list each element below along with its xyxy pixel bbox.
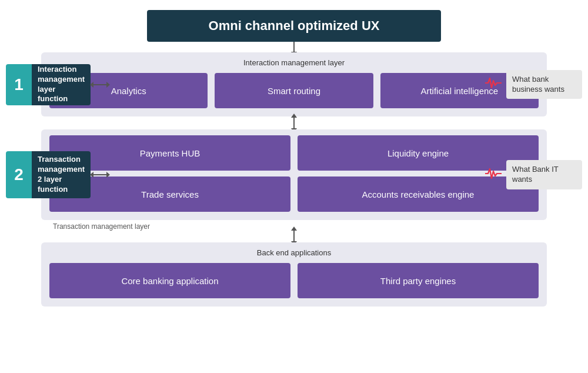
interaction-layer-title: Interaction management layer (49, 58, 539, 67)
arrow-interaction-horiz (93, 84, 107, 85)
core-banking-card: Core banking application (49, 263, 290, 298)
arrow-omni-to-interaction (293, 42, 295, 52)
interaction-cards: Analytics Smart routing Artificial intel… (49, 73, 539, 108)
omni-channel-box: Omni channel optimized UX (147, 10, 441, 42)
backend-layer-row: Back end applications Core banking appli… (6, 242, 582, 307)
interaction-number-badge: 1 (6, 64, 32, 105)
transaction-cards-top: Payments HUB Liquidity engine (49, 135, 539, 171)
interaction-side-left: 1 Interaction management layer function (6, 64, 106, 105)
backend-layer-title: Back end applications (49, 248, 539, 257)
transaction-layer-box: Payments HUB Liquidity engine Trade serv… (41, 129, 547, 220)
what-bank-it-wants: What Bank IT wants (506, 160, 582, 189)
transaction-cards-bottom: Trade services Accounts receivables engi… (49, 176, 539, 212)
arrow-between-layers-2 (293, 230, 295, 242)
third-party-engines-card: Third party engines (298, 263, 539, 298)
omni-channel-label: Omni channel optimized UX (209, 18, 380, 33)
diagram: Omni channel optimized UX 1 Interaction … (6, 4, 582, 369)
interaction-side-label: Interaction management layer function (32, 64, 91, 105)
transaction-side-right: What Bank IT wants (485, 160, 582, 189)
backend-cards: Core banking application Third party eng… (49, 263, 539, 298)
transaction-side-label: Transaction management 2 layer function (32, 151, 91, 198)
pulse-icon-2 (485, 167, 502, 183)
transaction-layer-row: 2 Transaction management 2 layer functio… (6, 129, 582, 220)
transaction-number-badge: 2 (6, 151, 32, 198)
arrow-transaction-horiz (93, 174, 107, 175)
smart-routing-card: Smart routing (215, 73, 373, 108)
interaction-side-right: What bank business wants (485, 70, 582, 99)
what-bank-business-wants: What bank business wants (506, 70, 582, 99)
arrow-between-layers-1 (293, 117, 295, 129)
backend-layer-box: Back end applications Core banking appli… (41, 242, 547, 307)
pulse-icon-1 (485, 76, 502, 92)
transaction-side-left: 2 Transaction management 2 layer functio… (6, 142, 106, 207)
interaction-layer-box: Interaction management layer Analytics S… (41, 52, 547, 116)
interaction-layer-row: 1 Interaction management layer function … (6, 52, 582, 116)
